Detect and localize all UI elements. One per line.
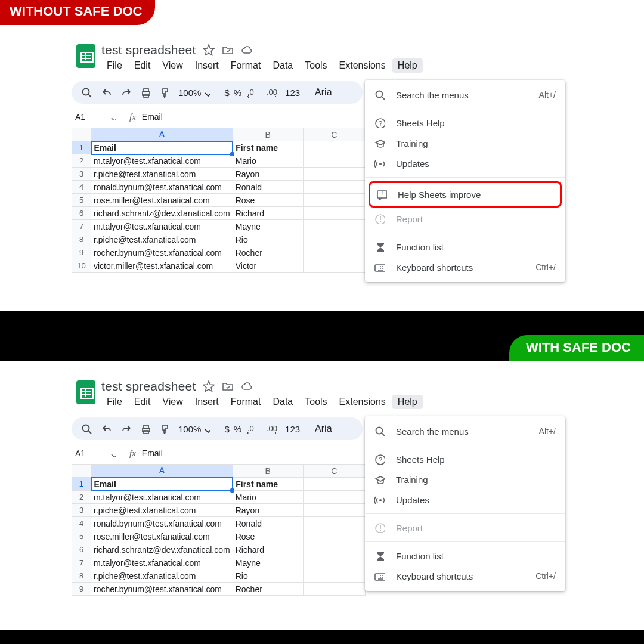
help-function-list[interactable]: Function list — [365, 546, 565, 566]
cell[interactable] — [303, 491, 365, 504]
row-header[interactable]: 6 — [72, 543, 91, 556]
spreadsheet-grid[interactable]: A B C 1EmailFirst name2m.talyor@test.xfa… — [72, 128, 366, 273]
row-header[interactable]: 5 — [72, 194, 91, 207]
menu-file[interactable]: File — [101, 58, 128, 73]
row-header[interactable]: 2 — [72, 154, 91, 168]
cell[interactable]: m.talyor@test.xfanatical.com — [91, 556, 233, 569]
sheets-logo-icon[interactable] — [76, 380, 95, 404]
cell[interactable]: Richard — [233, 543, 303, 556]
cell[interactable]: Mario — [233, 154, 303, 168]
star-icon[interactable] — [203, 380, 215, 392]
help-keyboard-shortcuts[interactable]: Keyboard shortcutsCtrl+/ — [365, 566, 565, 586]
name-box-dropdown-icon[interactable] — [109, 113, 116, 120]
search-icon[interactable] — [79, 421, 94, 436]
cell[interactable]: richard.schrantz@dev.xfanatical.com — [91, 543, 233, 556]
menu-insert[interactable]: Insert — [190, 395, 224, 409]
help-search-row[interactable]: Search the menus Alt+/ — [365, 85, 565, 105]
percent-button[interactable]: % — [234, 88, 242, 98]
column-header-b[interactable]: B — [233, 128, 303, 141]
row-header[interactable]: 5 — [72, 530, 91, 543]
cell[interactable]: Rio — [233, 233, 303, 246]
row-header[interactable]: 7 — [72, 220, 91, 233]
spreadsheet-grid[interactable]: A B C 1EmailFirst name2m.talyor@test.xfa… — [72, 464, 366, 596]
cell[interactable]: Richard — [233, 207, 303, 220]
row-header[interactable]: 4 — [72, 517, 91, 530]
row-header[interactable]: 3 — [72, 504, 91, 517]
move-folder-icon[interactable] — [222, 44, 234, 56]
menu-edit[interactable]: Edit — [129, 395, 156, 409]
cell[interactable]: Mario — [233, 491, 303, 504]
cell[interactable] — [303, 181, 365, 194]
cell[interactable]: Mayne — [233, 556, 303, 569]
row-header[interactable]: 4 — [72, 181, 91, 194]
zoom-select[interactable]: 100% — [177, 88, 212, 98]
row-header[interactable]: 6 — [72, 207, 91, 220]
star-icon[interactable] — [203, 44, 215, 56]
sheets-logo-icon[interactable] — [76, 44, 95, 68]
cell[interactable] — [303, 246, 365, 259]
cell[interactable]: m.talyor@test.xfanatical.com — [91, 154, 233, 168]
cell[interactable] — [303, 233, 365, 246]
cell[interactable]: Victor — [233, 259, 303, 273]
cell[interactable]: Ronald — [233, 181, 303, 194]
column-header-a[interactable]: A — [91, 128, 233, 141]
cell[interactable] — [303, 556, 365, 569]
cell[interactable]: rose.miller@test.xfanatical.com — [91, 194, 233, 207]
cell[interactable] — [303, 530, 365, 543]
help-updates[interactable]: Updates — [365, 490, 565, 510]
row-header[interactable]: 7 — [72, 556, 91, 569]
cell[interactable]: r.piche@test.xfanatical.com — [91, 233, 233, 246]
increase-decimal-button[interactable] — [265, 85, 281, 100]
undo-button[interactable] — [98, 85, 114, 100]
percent-button[interactable]: % — [234, 424, 242, 434]
search-icon[interactable] — [79, 85, 94, 100]
move-folder-icon[interactable] — [222, 380, 234, 392]
cell[interactable]: victor.miller@test.xfanatical.com — [91, 259, 233, 273]
cell[interactable]: rocher.bynum@test.xfanatical.com — [91, 583, 233, 596]
paint-format-button[interactable] — [157, 85, 173, 100]
print-button[interactable] — [138, 85, 153, 100]
currency-button[interactable]: $ — [224, 88, 229, 98]
cell[interactable] — [303, 569, 365, 583]
cell[interactable]: r.piche@test.xfanatical.com — [91, 168, 233, 181]
column-header-b[interactable]: B — [233, 465, 303, 478]
cell[interactable]: Email — [91, 478, 233, 491]
cell[interactable]: Email — [91, 141, 233, 154]
column-header-a[interactable]: A — [91, 465, 233, 478]
help-keyboard-shortcuts[interactable]: Keyboard shortcutsCtrl+/ — [365, 257, 565, 277]
row-header[interactable]: 10 — [72, 259, 91, 273]
row-header[interactable]: 1 — [72, 141, 91, 154]
print-button[interactable] — [138, 421, 153, 436]
decrease-decimal-button[interactable] — [246, 85, 261, 100]
cell[interactable] — [303, 194, 365, 207]
row-header[interactable]: 1 — [72, 478, 91, 491]
name-box-dropdown-icon[interactable] — [109, 450, 116, 457]
cell[interactable] — [303, 259, 365, 273]
cell[interactable]: m.talyor@test.xfanatical.com — [91, 491, 233, 504]
row-header[interactable]: 9 — [72, 583, 91, 596]
zoom-select[interactable]: 100% — [177, 424, 212, 434]
cell[interactable]: Rocher — [233, 583, 303, 596]
cell[interactable]: ronald.bynum@test.xfanatical.com — [91, 181, 233, 194]
increase-decimal-button[interactable] — [265, 421, 281, 436]
cell[interactable]: rose.miller@test.xfanatical.com — [91, 530, 233, 543]
row-header[interactable]: 2 — [72, 491, 91, 504]
menu-data[interactable]: Data — [267, 58, 298, 73]
cell[interactable]: rocher.bynum@test.xfanatical.com — [91, 246, 233, 259]
redo-button[interactable] — [118, 85, 134, 100]
row-header[interactable]: 8 — [72, 233, 91, 246]
cell[interactable]: Ronald — [233, 517, 303, 530]
cell[interactable]: Rose — [233, 530, 303, 543]
menu-data[interactable]: Data — [267, 395, 298, 409]
menu-tools[interactable]: Tools — [299, 395, 332, 409]
cell[interactable] — [303, 543, 365, 556]
help-training[interactable]: Training — [365, 133, 565, 153]
cloud-status-icon[interactable] — [241, 380, 253, 392]
paint-format-button[interactable] — [157, 421, 173, 436]
cell[interactable] — [303, 583, 365, 596]
help-updates[interactable]: Updates — [365, 153, 565, 174]
cell[interactable]: r.piche@test.xfanatical.com — [91, 569, 233, 583]
cell[interactable] — [303, 168, 365, 181]
cell[interactable]: Rio — [233, 569, 303, 583]
row-header[interactable]: 8 — [72, 569, 91, 583]
